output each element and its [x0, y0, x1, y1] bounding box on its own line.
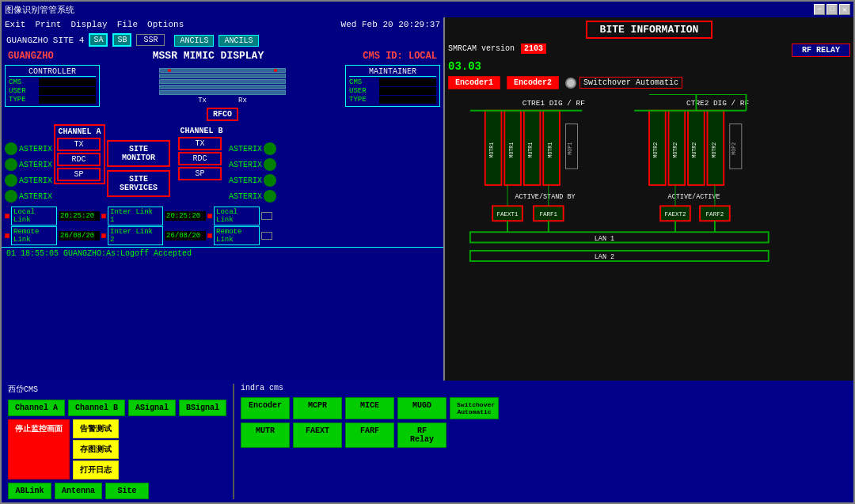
- svg-text:MOTR1: MOTR1: [509, 142, 515, 158]
- channel-a-box: CHANNEL A TX RDC SP: [54, 124, 105, 184]
- faext-btn[interactable]: FAEXT: [293, 423, 342, 448]
- menu-display[interactable]: Display: [70, 20, 107, 29]
- controller-title: CONTROLLER: [9, 67, 96, 77]
- channel-a-tx-button[interactable]: TX: [57, 138, 101, 151]
- smrcam-version: 2103: [521, 44, 546, 54]
- link-indicator-3: [207, 214, 212, 218]
- asterix-icon-r2: [264, 158, 276, 171]
- minimize-button[interactable]: −: [814, 4, 825, 15]
- asignal-btn[interactable]: ASignal: [128, 400, 176, 416]
- svg-rect-35: [470, 232, 769, 242]
- save-image-btn[interactable]: 存图测试: [73, 440, 119, 459]
- mssr-location: GUANGZHO: [8, 51, 54, 62]
- mutr-btn[interactable]: MUTR: [241, 423, 290, 448]
- svg-text:CTRE1 DIG / RF: CTRE1 DIG / RF: [522, 99, 585, 108]
- indra-title: indra cms: [241, 384, 499, 392]
- inter-link-1-label: Inter Link 1: [108, 207, 163, 225]
- encoder-btn[interactable]: Encoder: [241, 397, 290, 419]
- mssr-display-area: GUANGZHO MSSR MIMIC DISPLAY CMS ID: LOCA…: [2, 48, 443, 381]
- asterix-icon-1: [5, 142, 17, 155]
- status-bar: 01 18:55:05 GUANGZHO:As:Logoff Accepted: [2, 247, 443, 260]
- sb-button[interactable]: SB: [112, 33, 131, 47]
- svg-text:MOTR2: MOTR2: [653, 142, 659, 158]
- maximize-button[interactable]: □: [826, 4, 838, 15]
- farf-btn[interactable]: FARF: [345, 423, 394, 448]
- mcpr-btn[interactable]: MCPR: [293, 397, 342, 419]
- ablink-btn[interactable]: ABLink: [8, 483, 51, 499]
- svg-text:LAN 1: LAN 1: [595, 235, 614, 243]
- open-log-btn[interactable]: 打开日志: [73, 460, 119, 479]
- svg-text:FAEXT2: FAEXT2: [664, 211, 686, 218]
- channel-b-btn[interactable]: Channel B: [68, 400, 125, 416]
- ancils1-button[interactable]: ANCILS: [174, 35, 214, 47]
- sa-button[interactable]: SA: [89, 33, 108, 47]
- panels-row: Exit Print Display File Options Wed Feb …: [2, 17, 853, 381]
- bsignal-btn[interactable]: BSignal: [179, 400, 226, 416]
- site-name: GUANGZHO: [6, 36, 48, 45]
- site-btn-bottom[interactable]: Site: [105, 483, 149, 499]
- svg-text:MOTR1: MOTR1: [548, 142, 553, 158]
- channel-a-btn[interactable]: Channel A: [8, 400, 65, 416]
- bite-title: BITE INFORMATION: [586, 21, 713, 39]
- mice-btn[interactable]: MICE: [345, 397, 394, 419]
- site-monitor-button[interactable]: SITEMONITOR: [107, 140, 170, 167]
- asterix-icon-r1: [264, 142, 276, 155]
- channel-a-rdc-button[interactable]: RDC: [57, 153, 101, 166]
- title-bar-buttons: − □ ✕: [814, 4, 850, 15]
- rf-relay-btn-bottom[interactable]: RF Relay: [397, 423, 446, 448]
- local-link-right-label: Local Link: [214, 207, 260, 225]
- mugd-btn[interactable]: MUGD: [397, 397, 446, 419]
- asterix-icon-3: [5, 174, 17, 187]
- asterix-icon-r4: [264, 190, 276, 203]
- channel-b-tx-button[interactable]: TX: [178, 137, 222, 150]
- rx-label: Rx: [238, 97, 247, 104]
- svg-text:ACTIVE/ACTIVE: ACTIVE/ACTIVE: [668, 193, 720, 201]
- inter-link-2-label: Inter Link 2: [108, 226, 163, 245]
- mssr-title: MSSR MIMIC DISPLAY: [153, 50, 264, 62]
- svg-text:MUTR1: MUTR1: [528, 142, 534, 158]
- close-button[interactable]: ✕: [839, 4, 850, 15]
- channel-b-rdc-button[interactable]: RDC: [178, 152, 222, 165]
- tx-label: Tx: [198, 97, 207, 104]
- links-area: Local Link 20:25:20 Inter Link 1 20:25:2…: [5, 207, 440, 245]
- left-asterix-column: ASTERIX ASTERIX ASTERIX ASTERIX: [5, 142, 52, 203]
- bite-diagram: CTRE1 DIG / RF CTRE2 DIG / RF MOTR1 MOTR…: [448, 94, 850, 377]
- ssr-button[interactable]: SSR: [136, 34, 165, 46]
- menu-print[interactable]: Print: [35, 20, 61, 29]
- channel-b-box: CHANNEL B TX RDC SP: [176, 124, 227, 183]
- alarm-test-btn[interactable]: 告警测试: [73, 419, 119, 438]
- menu-options[interactable]: Options: [147, 20, 184, 29]
- antenna-btn[interactable]: Antenna: [55, 483, 102, 499]
- rfco-button[interactable]: RFCO: [207, 108, 238, 121]
- menu-exit[interactable]: Exit: [5, 20, 25, 29]
- svg-text:MOTR2: MOTR2: [673, 142, 678, 158]
- title-bar: 图像识别管管系统 − □ ✕: [2, 2, 853, 17]
- ancils2-button[interactable]: ANCILS: [218, 35, 258, 47]
- link-icon-right-1: [261, 212, 272, 220]
- rf-relay-button[interactable]: RF RELAY: [792, 44, 850, 57]
- encoder1-button[interactable]: Encoder1: [448, 76, 500, 89]
- xidai-cms-section: 西岱CMS Channel A Channel B ASignal BSigna…: [8, 384, 226, 499]
- site-info: GUANGZHO SITE 4 SA SB SSR ANCILS ANCILS: [2, 32, 443, 48]
- menu-file[interactable]: File: [117, 20, 138, 29]
- site-services-button[interactable]: SITESERVICES: [107, 170, 170, 197]
- inter-link-1-time: 20:25:20: [165, 211, 206, 221]
- asterix-icon-2: [5, 158, 17, 171]
- maintainer-box: MAINTAINER CMS USER TYPE: [345, 65, 440, 107]
- indra-cms-section: indra cms Encoder MCPR MICE MUGD Switcho…: [241, 384, 499, 499]
- encoder2-button[interactable]: Encoder2: [507, 76, 559, 89]
- local-link-left-time: 20:25:20: [59, 211, 100, 221]
- right-asterix-column: ASTERIX ASTERIX ASTERIX ASTERIX: [229, 142, 276, 203]
- switchover-indicator: [565, 78, 576, 89]
- channel-a-sp-button[interactable]: SP: [57, 168, 101, 181]
- maintainer-title: MAINTAINER: [349, 67, 436, 77]
- stop-monitor-btn[interactable]: 停止监控画面: [8, 419, 70, 479]
- switchover-auto-btn[interactable]: Switchover Automatic: [450, 397, 499, 419]
- link-indicator-2: [101, 214, 106, 218]
- menu-time: Wed Feb 20 20:29:37: [341, 20, 440, 29]
- xidai-title: 西岱CMS: [8, 384, 226, 395]
- svg-text:FAEXT1: FAEXT1: [496, 211, 519, 218]
- channel-b-sp-button[interactable]: SP: [178, 167, 222, 180]
- switchover-label: Switchover Automatic: [580, 77, 682, 89]
- channel-b-label: CHANNEL B: [178, 127, 225, 135]
